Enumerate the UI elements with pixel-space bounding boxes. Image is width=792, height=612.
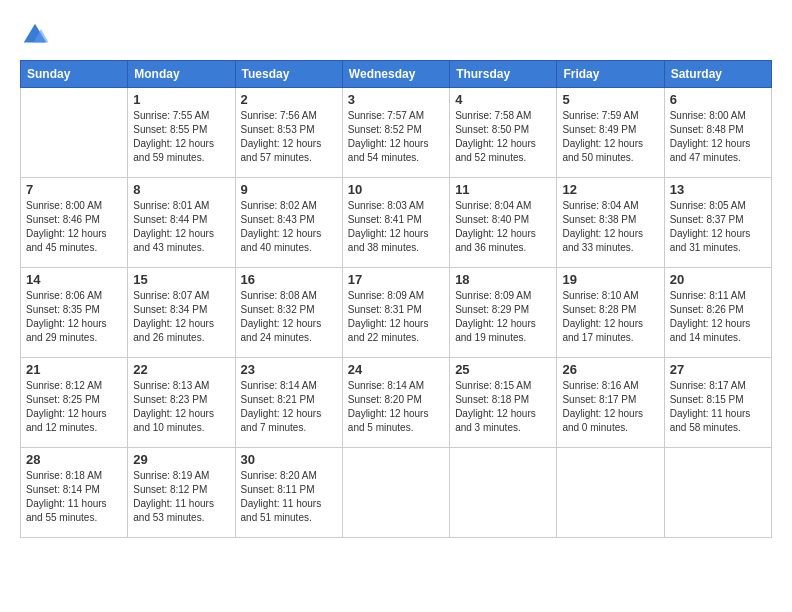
day-info: Sunrise: 8:03 AM Sunset: 8:41 PM Dayligh… [348, 199, 444, 255]
day-info: Sunrise: 8:01 AM Sunset: 8:44 PM Dayligh… [133, 199, 229, 255]
day-number: 11 [455, 182, 551, 197]
calendar-cell: 13Sunrise: 8:05 AM Sunset: 8:37 PM Dayli… [664, 178, 771, 268]
day-info: Sunrise: 8:00 AM Sunset: 8:48 PM Dayligh… [670, 109, 766, 165]
day-info: Sunrise: 8:09 AM Sunset: 8:31 PM Dayligh… [348, 289, 444, 345]
calendar-cell: 15Sunrise: 8:07 AM Sunset: 8:34 PM Dayli… [128, 268, 235, 358]
calendar-cell: 8Sunrise: 8:01 AM Sunset: 8:44 PM Daylig… [128, 178, 235, 268]
day-number: 24 [348, 362, 444, 377]
day-number: 2 [241, 92, 337, 107]
day-number: 1 [133, 92, 229, 107]
calendar-cell: 19Sunrise: 8:10 AM Sunset: 8:28 PM Dayli… [557, 268, 664, 358]
day-number: 28 [26, 452, 122, 467]
day-info: Sunrise: 8:12 AM Sunset: 8:25 PM Dayligh… [26, 379, 122, 435]
day-number: 15 [133, 272, 229, 287]
calendar-cell: 9Sunrise: 8:02 AM Sunset: 8:43 PM Daylig… [235, 178, 342, 268]
day-number: 3 [348, 92, 444, 107]
calendar-cell: 12Sunrise: 8:04 AM Sunset: 8:38 PM Dayli… [557, 178, 664, 268]
calendar-cell [557, 448, 664, 538]
day-info: Sunrise: 8:19 AM Sunset: 8:12 PM Dayligh… [133, 469, 229, 525]
day-info: Sunrise: 8:11 AM Sunset: 8:26 PM Dayligh… [670, 289, 766, 345]
day-info: Sunrise: 8:16 AM Sunset: 8:17 PM Dayligh… [562, 379, 658, 435]
day-number: 17 [348, 272, 444, 287]
header-row: SundayMondayTuesdayWednesdayThursdayFrid… [21, 61, 772, 88]
day-info: Sunrise: 8:13 AM Sunset: 8:23 PM Dayligh… [133, 379, 229, 435]
day-number: 18 [455, 272, 551, 287]
calendar-cell: 2Sunrise: 7:56 AM Sunset: 8:53 PM Daylig… [235, 88, 342, 178]
column-header-wednesday: Wednesday [342, 61, 449, 88]
day-info: Sunrise: 8:09 AM Sunset: 8:29 PM Dayligh… [455, 289, 551, 345]
day-info: Sunrise: 8:00 AM Sunset: 8:46 PM Dayligh… [26, 199, 122, 255]
day-info: Sunrise: 8:10 AM Sunset: 8:28 PM Dayligh… [562, 289, 658, 345]
day-info: Sunrise: 8:14 AM Sunset: 8:20 PM Dayligh… [348, 379, 444, 435]
day-number: 27 [670, 362, 766, 377]
logo-icon [20, 20, 50, 50]
calendar-cell: 26Sunrise: 8:16 AM Sunset: 8:17 PM Dayli… [557, 358, 664, 448]
day-number: 12 [562, 182, 658, 197]
calendar-cell: 29Sunrise: 8:19 AM Sunset: 8:12 PM Dayli… [128, 448, 235, 538]
day-number: 20 [670, 272, 766, 287]
column-header-friday: Friday [557, 61, 664, 88]
calendar-cell: 21Sunrise: 8:12 AM Sunset: 8:25 PM Dayli… [21, 358, 128, 448]
day-number: 30 [241, 452, 337, 467]
calendar-cell [664, 448, 771, 538]
calendar-cell: 1Sunrise: 7:55 AM Sunset: 8:55 PM Daylig… [128, 88, 235, 178]
day-number: 7 [26, 182, 122, 197]
calendar-cell: 23Sunrise: 8:14 AM Sunset: 8:21 PM Dayli… [235, 358, 342, 448]
day-info: Sunrise: 8:02 AM Sunset: 8:43 PM Dayligh… [241, 199, 337, 255]
calendar-cell: 25Sunrise: 8:15 AM Sunset: 8:18 PM Dayli… [450, 358, 557, 448]
column-header-saturday: Saturday [664, 61, 771, 88]
day-number: 8 [133, 182, 229, 197]
day-info: Sunrise: 8:07 AM Sunset: 8:34 PM Dayligh… [133, 289, 229, 345]
calendar-cell: 28Sunrise: 8:18 AM Sunset: 8:14 PM Dayli… [21, 448, 128, 538]
day-number: 10 [348, 182, 444, 197]
calendar-cell: 7Sunrise: 8:00 AM Sunset: 8:46 PM Daylig… [21, 178, 128, 268]
calendar-cell: 3Sunrise: 7:57 AM Sunset: 8:52 PM Daylig… [342, 88, 449, 178]
calendar-cell: 18Sunrise: 8:09 AM Sunset: 8:29 PM Dayli… [450, 268, 557, 358]
day-info: Sunrise: 8:04 AM Sunset: 8:38 PM Dayligh… [562, 199, 658, 255]
calendar-cell: 17Sunrise: 8:09 AM Sunset: 8:31 PM Dayli… [342, 268, 449, 358]
day-info: Sunrise: 8:04 AM Sunset: 8:40 PM Dayligh… [455, 199, 551, 255]
calendar-cell: 20Sunrise: 8:11 AM Sunset: 8:26 PM Dayli… [664, 268, 771, 358]
day-info: Sunrise: 8:18 AM Sunset: 8:14 PM Dayligh… [26, 469, 122, 525]
calendar-cell: 27Sunrise: 8:17 AM Sunset: 8:15 PM Dayli… [664, 358, 771, 448]
day-number: 29 [133, 452, 229, 467]
column-header-thursday: Thursday [450, 61, 557, 88]
column-header-sunday: Sunday [21, 61, 128, 88]
calendar-cell: 22Sunrise: 8:13 AM Sunset: 8:23 PM Dayli… [128, 358, 235, 448]
day-number: 5 [562, 92, 658, 107]
calendar-cell: 30Sunrise: 8:20 AM Sunset: 8:11 PM Dayli… [235, 448, 342, 538]
calendar-cell: 14Sunrise: 8:06 AM Sunset: 8:35 PM Dayli… [21, 268, 128, 358]
day-number: 14 [26, 272, 122, 287]
calendar-cell: 4Sunrise: 7:58 AM Sunset: 8:50 PM Daylig… [450, 88, 557, 178]
page-header [20, 20, 772, 50]
day-info: Sunrise: 7:56 AM Sunset: 8:53 PM Dayligh… [241, 109, 337, 165]
calendar-cell: 10Sunrise: 8:03 AM Sunset: 8:41 PM Dayli… [342, 178, 449, 268]
day-info: Sunrise: 7:55 AM Sunset: 8:55 PM Dayligh… [133, 109, 229, 165]
day-number: 9 [241, 182, 337, 197]
calendar-cell: 11Sunrise: 8:04 AM Sunset: 8:40 PM Dayli… [450, 178, 557, 268]
day-number: 4 [455, 92, 551, 107]
calendar-cell [21, 88, 128, 178]
day-info: Sunrise: 7:58 AM Sunset: 8:50 PM Dayligh… [455, 109, 551, 165]
calendar-cell: 6Sunrise: 8:00 AM Sunset: 8:48 PM Daylig… [664, 88, 771, 178]
day-info: Sunrise: 8:20 AM Sunset: 8:11 PM Dayligh… [241, 469, 337, 525]
week-row-2: 7Sunrise: 8:00 AM Sunset: 8:46 PM Daylig… [21, 178, 772, 268]
day-info: Sunrise: 8:05 AM Sunset: 8:37 PM Dayligh… [670, 199, 766, 255]
day-number: 19 [562, 272, 658, 287]
day-number: 13 [670, 182, 766, 197]
day-info: Sunrise: 8:08 AM Sunset: 8:32 PM Dayligh… [241, 289, 337, 345]
calendar-cell: 24Sunrise: 8:14 AM Sunset: 8:20 PM Dayli… [342, 358, 449, 448]
day-info: Sunrise: 8:15 AM Sunset: 8:18 PM Dayligh… [455, 379, 551, 435]
day-info: Sunrise: 7:57 AM Sunset: 8:52 PM Dayligh… [348, 109, 444, 165]
day-info: Sunrise: 7:59 AM Sunset: 8:49 PM Dayligh… [562, 109, 658, 165]
calendar-cell: 16Sunrise: 8:08 AM Sunset: 8:32 PM Dayli… [235, 268, 342, 358]
week-row-5: 28Sunrise: 8:18 AM Sunset: 8:14 PM Dayli… [21, 448, 772, 538]
day-info: Sunrise: 8:14 AM Sunset: 8:21 PM Dayligh… [241, 379, 337, 435]
day-number: 22 [133, 362, 229, 377]
day-number: 6 [670, 92, 766, 107]
day-number: 26 [562, 362, 658, 377]
column-header-tuesday: Tuesday [235, 61, 342, 88]
calendar-cell: 5Sunrise: 7:59 AM Sunset: 8:49 PM Daylig… [557, 88, 664, 178]
day-info: Sunrise: 8:17 AM Sunset: 8:15 PM Dayligh… [670, 379, 766, 435]
day-number: 23 [241, 362, 337, 377]
